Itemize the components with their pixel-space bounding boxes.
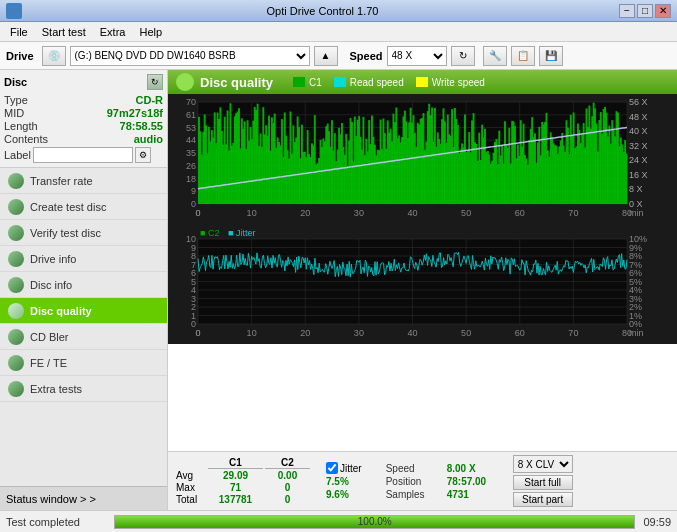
close-button[interactable]: ✕ — [655, 4, 671, 18]
extra-tests-label: Extra tests — [30, 383, 82, 395]
transfer-rate-icon — [8, 173, 24, 189]
disc-contents-label: Contents — [4, 133, 48, 145]
fe-te-icon — [8, 355, 24, 371]
main-layout: Disc ↻ Type CD-R MID 97m27s18f Length 78… — [0, 70, 677, 510]
c1-max-value: 71 — [208, 482, 263, 493]
avg-label: Avg — [176, 470, 206, 481]
transfer-rate-label: Transfer rate — [30, 175, 93, 187]
app-icon — [6, 3, 22, 19]
progress-bar: 100.0% — [114, 515, 635, 529]
jitter-max-value: 9.6% — [326, 489, 349, 500]
disc-header: Disc ↻ — [4, 74, 163, 90]
position-row: Position 78:57.00 — [386, 476, 497, 487]
c1-legend-label: C1 — [309, 77, 322, 88]
c1-total-value: 137781 — [208, 494, 263, 505]
disc-type-value: CD-R — [136, 94, 164, 106]
stats-header-row: C1 C2 — [176, 457, 310, 469]
disc-refresh-button[interactable]: ↻ — [147, 74, 163, 90]
status-window-button[interactable]: Status window > > — [0, 486, 167, 510]
eject-button[interactable]: ▲ — [314, 46, 338, 66]
speed-stat-label: Speed — [386, 463, 441, 474]
drive-select[interactable]: (G:) BENQ DVD DD DW1640 BSRB — [70, 46, 310, 66]
start-full-button[interactable]: Start full — [513, 475, 573, 490]
total-label: Total — [176, 494, 206, 505]
create-test-disc-label: Create test disc — [30, 201, 106, 213]
stats-c1-header: C1 — [208, 457, 263, 469]
maximize-button[interactable]: □ — [637, 4, 653, 18]
sidebar-item-transfer-rate[interactable]: Transfer rate — [0, 168, 167, 194]
menu-file[interactable]: File — [4, 25, 34, 39]
read-legend-label: Read speed — [350, 77, 404, 88]
sidebar-item-cd-bler[interactable]: CD Bler — [0, 324, 167, 350]
jitter-check-row: Jitter — [326, 462, 362, 474]
jitter-checkbox[interactable] — [326, 462, 338, 474]
stats-c2-header: C2 — [265, 457, 310, 469]
disc-label-settings-button[interactable]: ⚙ — [135, 147, 151, 163]
c1-chart — [168, 94, 677, 224]
save-button[interactable]: 💾 — [539, 46, 563, 66]
disc-contents-value: audio — [134, 133, 163, 145]
position-value: 78:57.00 — [447, 476, 497, 487]
c1-color-box — [293, 77, 305, 87]
disc-length-value: 78:58.55 — [120, 120, 163, 132]
disc-type-label: Type — [4, 94, 28, 106]
verify-test-disc-label: Verify test disc — [30, 227, 101, 239]
disc-mid-row: MID 97m27s18f — [4, 107, 163, 119]
cd-bler-icon — [8, 329, 24, 345]
progress-text: 100.0% — [115, 516, 634, 528]
menu-extra[interactable]: Extra — [94, 25, 132, 39]
sidebar-item-create-test-disc[interactable]: Create test disc — [0, 194, 167, 220]
menu-help[interactable]: Help — [133, 25, 168, 39]
stats-total-row: Total 137781 0 — [176, 494, 310, 505]
start-part-button[interactable]: Start part — [513, 492, 573, 507]
sidebar-item-disc-quality[interactable]: Disc quality — [0, 298, 167, 324]
c2-avg-value: 0.00 — [265, 470, 310, 481]
disc-title: Disc — [4, 76, 27, 88]
charts-container — [168, 94, 677, 451]
max-label: Max — [176, 482, 206, 493]
options-button2[interactable]: 📋 — [511, 46, 535, 66]
menubar: File Start test Extra Help — [0, 22, 677, 42]
drive-label: Drive — [6, 50, 34, 62]
speed-label: Speed — [350, 50, 383, 62]
drivebar: Drive 💿 (G:) BENQ DVD DD DW1640 BSRB ▲ S… — [0, 42, 677, 70]
stats-bar: C1 C2 Avg 29.09 0.00 Max 71 0 Total 1377… — [168, 451, 677, 510]
minimize-button[interactable]: − — [619, 4, 635, 18]
legend-write: Write speed — [416, 77, 485, 88]
sidebar-item-verify-test-disc[interactable]: Verify test disc — [0, 220, 167, 246]
chart-header: Disc quality C1 Read speed Write speed — [168, 70, 677, 94]
cd-bler-label: CD Bler — [30, 331, 69, 343]
verify-test-disc-icon — [8, 225, 24, 241]
disc-contents-row: Contents audio — [4, 133, 163, 145]
disc-section: Disc ↻ Type CD-R MID 97m27s18f Length 78… — [0, 70, 167, 168]
disc-label-input[interactable] — [33, 147, 133, 163]
samples-label: Samples — [386, 489, 441, 500]
bottom-bar: Test completed 100.0% 09:59 — [0, 510, 677, 532]
speed-clv-select[interactable]: 8 X CLV — [513, 455, 573, 473]
sidebar-item-extra-tests[interactable]: Extra tests — [0, 376, 167, 402]
legend-c1: C1 — [293, 77, 322, 88]
options-button1[interactable]: 🔧 — [483, 46, 507, 66]
speed-select[interactable]: 48 X — [387, 46, 447, 66]
titlebar-title: Opti Drive Control 1.70 — [267, 5, 379, 17]
disc-label-label: Label — [4, 149, 31, 161]
drive-icon-button[interactable]: 💿 — [42, 46, 66, 66]
titlebar: Opti Drive Control 1.70 − □ ✕ — [0, 0, 677, 22]
stats-max-row: Max 71 0 — [176, 482, 310, 493]
status-window-label: Status window > > — [6, 493, 96, 505]
sidebar-item-drive-info[interactable]: Drive info — [0, 246, 167, 272]
samples-value: 4731 — [447, 489, 497, 500]
disc-info-label: Disc info — [30, 279, 72, 291]
c2-total-value: 0 — [265, 494, 310, 505]
disc-info-icon — [8, 277, 24, 293]
chart-title: Disc quality — [200, 75, 273, 90]
status-text: Test completed — [6, 516, 106, 528]
refresh-button[interactable]: ↻ — [451, 46, 475, 66]
legend-read: Read speed — [334, 77, 404, 88]
sidebar-item-fe-te[interactable]: FE / TE — [0, 350, 167, 376]
speed-stat-value: 8.00 X — [447, 463, 497, 474]
write-color-box — [416, 77, 428, 87]
menu-start-test[interactable]: Start test — [36, 25, 92, 39]
write-legend-label: Write speed — [432, 77, 485, 88]
sidebar-item-disc-info[interactable]: Disc info — [0, 272, 167, 298]
